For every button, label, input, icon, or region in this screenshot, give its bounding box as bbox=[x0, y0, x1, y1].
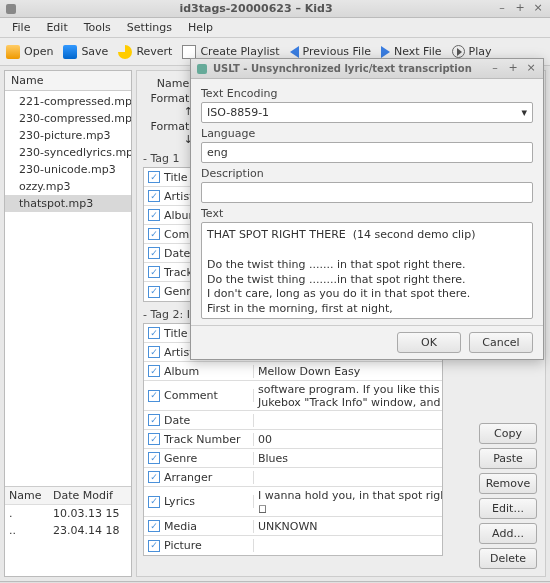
checkbox-icon[interactable]: ✓ bbox=[148, 433, 160, 445]
open-icon bbox=[6, 45, 20, 59]
file-row[interactable]: 230-unicode.mp3 bbox=[5, 161, 131, 178]
revert-button[interactable]: Revert bbox=[118, 45, 172, 59]
tag-row[interactable]: ✓MediaUNKNOWN bbox=[144, 517, 442, 536]
checkbox-icon[interactable]: ✓ bbox=[148, 247, 160, 259]
checkbox-icon[interactable]: ✓ bbox=[148, 171, 160, 183]
checkbox-icon[interactable]: ✓ bbox=[148, 190, 160, 202]
tag-row[interactable]: ✓Date bbox=[144, 411, 442, 430]
file-row[interactable]: ozzy.mp3 bbox=[5, 178, 131, 195]
tag-row[interactable]: ✓Commentsoftware program. If you like th… bbox=[144, 381, 442, 411]
folder-col-date[interactable]: Date Modif bbox=[53, 489, 113, 502]
text-label: Text bbox=[201, 207, 533, 220]
field-label: Track Number bbox=[164, 433, 240, 446]
checkbox-icon[interactable]: ✓ bbox=[148, 414, 160, 426]
dialog-minimize[interactable]: – bbox=[489, 63, 501, 75]
open-button[interactable]: Open bbox=[6, 45, 53, 59]
tag-row[interactable]: ✓GenreBlues bbox=[144, 449, 442, 468]
menu-help[interactable]: Help bbox=[180, 19, 221, 36]
checkbox-icon[interactable]: ✓ bbox=[148, 209, 160, 221]
checkbox-icon[interactable]: ✓ bbox=[148, 327, 160, 339]
checkbox-icon[interactable]: ✓ bbox=[148, 452, 160, 464]
dialog-maximize[interactable]: + bbox=[507, 63, 519, 75]
field-label: Title bbox=[164, 171, 188, 184]
field-label: Picture bbox=[164, 539, 202, 552]
format-up-label: Format: ↑ bbox=[143, 92, 193, 118]
checkbox-icon[interactable]: ✓ bbox=[148, 496, 160, 508]
file-list[interactable]: 221-compressed.mp3230-compressed.mp3230-… bbox=[5, 91, 131, 486]
menu-settings[interactable]: Settings bbox=[119, 19, 180, 36]
add-button[interactable]: Add... bbox=[479, 523, 537, 544]
create-playlist-button[interactable]: Create Playlist bbox=[182, 45, 279, 59]
file-row[interactable]: 221-compressed.mp3 bbox=[5, 93, 131, 110]
minimize-button[interactable]: – bbox=[496, 3, 508, 15]
save-icon bbox=[63, 45, 77, 59]
cancel-button[interactable]: Cancel bbox=[469, 332, 533, 353]
field-value[interactable]: Mellow Down Easy bbox=[254, 365, 442, 378]
checkbox-icon[interactable]: ✓ bbox=[148, 286, 160, 298]
field-value[interactable]: UNKNOWN bbox=[254, 520, 442, 533]
field-value[interactable]: software program. If you like this trac…… bbox=[254, 383, 442, 409]
close-button[interactable]: × bbox=[532, 3, 544, 15]
checkbox-icon[interactable]: ✓ bbox=[148, 540, 160, 552]
file-panel-header[interactable]: Name bbox=[5, 71, 131, 91]
remove-button[interactable]: Remove bbox=[479, 473, 537, 494]
tag-row[interactable]: ✓AlbumMellow Down Easy bbox=[144, 362, 442, 381]
next-file-button[interactable]: Next File bbox=[381, 45, 442, 58]
checkbox-icon[interactable]: ✓ bbox=[148, 346, 160, 358]
field-label: Date bbox=[164, 247, 190, 260]
edit-button[interactable]: Edit... bbox=[479, 498, 537, 519]
maximize-button[interactable]: + bbox=[514, 3, 526, 15]
encoding-label: Text Encoding bbox=[201, 87, 533, 100]
checkbox-icon[interactable]: ✓ bbox=[148, 228, 160, 240]
menu-tools[interactable]: Tools bbox=[76, 19, 119, 36]
menubar: File Edit Tools Settings Help bbox=[0, 18, 550, 38]
file-row[interactable]: thatspot.mp3 bbox=[5, 195, 131, 212]
checkbox-icon[interactable]: ✓ bbox=[148, 365, 160, 377]
field-value[interactable]: 00 bbox=[254, 433, 442, 446]
field-value[interactable]: I wanna hold you, in that spot right th…… bbox=[254, 489, 442, 515]
chevron-down-icon: ▾ bbox=[521, 106, 527, 119]
save-button[interactable]: Save bbox=[63, 45, 108, 59]
delete-button[interactable]: Delete bbox=[479, 548, 537, 569]
field-label: Album bbox=[164, 365, 199, 378]
menu-edit[interactable]: Edit bbox=[38, 19, 75, 36]
field-label: Title bbox=[164, 327, 188, 340]
description-input[interactable] bbox=[201, 182, 533, 203]
description-label: Description bbox=[201, 167, 533, 180]
menu-file[interactable]: File bbox=[4, 19, 38, 36]
dialog-title: USLT - Unsynchronized lyric/text transcr… bbox=[213, 63, 483, 74]
folder-row[interactable]: .10.03.13 15 bbox=[5, 505, 131, 522]
tag-row[interactable]: ✓Track Number00 bbox=[144, 430, 442, 449]
ok-button[interactable]: OK bbox=[397, 332, 461, 353]
field-value[interactable]: Blues bbox=[254, 452, 442, 465]
field-label: Comment bbox=[164, 389, 218, 402]
titlebar: id3tags-20000623 – Kid3 – + × bbox=[0, 0, 550, 18]
folder-col-name[interactable]: Name bbox=[9, 489, 53, 502]
folder-row[interactable]: ..23.04.14 18 bbox=[5, 522, 131, 539]
encoding-select[interactable]: ISO-8859-1▾ bbox=[201, 102, 533, 123]
checkbox-icon[interactable]: ✓ bbox=[148, 520, 160, 532]
text-area[interactable]: THAT SPOT RIGHT THERE (14 second demo cl… bbox=[201, 222, 533, 319]
language-input[interactable] bbox=[201, 142, 533, 163]
window-title: id3tags-20000623 – Kid3 bbox=[22, 2, 490, 15]
checkbox-icon[interactable]: ✓ bbox=[148, 266, 160, 278]
play-icon bbox=[452, 45, 465, 58]
checkbox-icon[interactable]: ✓ bbox=[148, 390, 160, 402]
tag-row[interactable]: ✓Picture bbox=[144, 536, 442, 555]
prev-icon bbox=[290, 46, 299, 58]
previous-file-button[interactable]: Previous File bbox=[290, 45, 371, 58]
copy-button[interactable]: Copy bbox=[479, 423, 537, 444]
dialog-close[interactable]: × bbox=[525, 63, 537, 75]
field-label: Lyrics bbox=[164, 495, 195, 508]
paste-button[interactable]: Paste bbox=[479, 448, 537, 469]
play-button[interactable]: Play bbox=[452, 45, 492, 58]
dialog-icon bbox=[197, 64, 207, 74]
tag-row[interactable]: ✓Arranger bbox=[144, 468, 442, 487]
field-label: Media bbox=[164, 520, 197, 533]
file-row[interactable]: 230-compressed.mp3 bbox=[5, 110, 131, 127]
tag-row[interactable]: ✓LyricsI wanna hold you, in that spot ri… bbox=[144, 487, 442, 517]
file-row[interactable]: 230-syncedlyrics.mp3 bbox=[5, 144, 131, 161]
file-row[interactable]: 230-picture.mp3 bbox=[5, 127, 131, 144]
checkbox-icon[interactable]: ✓ bbox=[148, 471, 160, 483]
app-icon bbox=[6, 4, 16, 14]
